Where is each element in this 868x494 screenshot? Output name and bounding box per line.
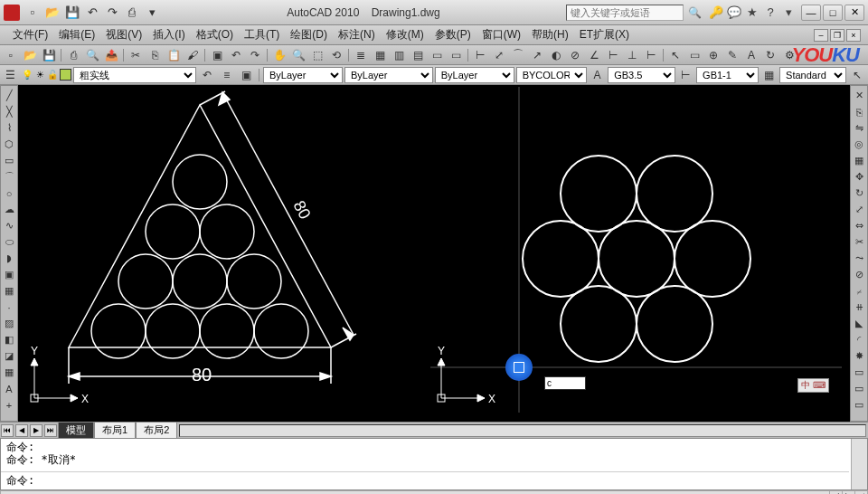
sheet-set-icon[interactable]: ▤ <box>409 47 427 63</box>
point-icon[interactable]: · <box>1 299 17 315</box>
zoom-previous-icon[interactable]: ⟲ <box>327 47 345 63</box>
plot-icon[interactable]: ⎙ <box>64 47 82 63</box>
gradient-icon[interactable]: ◧ <box>1 332 17 347</box>
move-icon[interactable]: ✥ <box>851 169 867 185</box>
minimize-button[interactable]: — <box>801 5 821 21</box>
arc-icon[interactable]: ⌒ <box>1 169 17 185</box>
etool-1-icon[interactable]: ▭ <box>851 365 867 380</box>
add-selected-icon[interactable]: + <box>1 397 17 413</box>
menu-dimension[interactable]: 标注(N) <box>333 25 381 44</box>
menu-format[interactable]: 格式(O) <box>191 25 239 44</box>
tablestyle-dropdown[interactable]: Standard <box>779 67 846 83</box>
mtext-icon[interactable]: A <box>1 381 17 396</box>
menu-view[interactable]: 视图(V) <box>100 25 147 44</box>
chamfer-icon[interactable]: ◣ <box>851 316 867 331</box>
color-dropdown[interactable]: ByLayer <box>263 67 343 83</box>
doc-close[interactable]: × <box>846 29 861 42</box>
viewport-right[interactable]: X Y 中 ⌨ <box>430 87 842 413</box>
polyline-icon[interactable]: ⌇ <box>1 120 17 136</box>
table-style-icon[interactable]: ▦ <box>760 67 778 83</box>
new-file-icon[interactable]: ▫ <box>2 47 20 63</box>
hatch-icon[interactable]: ▨ <box>1 316 17 331</box>
quickcalc-icon[interactable]: ▭ <box>447 47 465 63</box>
etool-2-icon[interactable]: ▭ <box>851 381 867 396</box>
fillet-icon[interactable]: ◜ <box>851 332 867 347</box>
layer-freeze-icon[interactable]: ☀ <box>34 69 46 81</box>
undo-icon[interactable]: ↶ <box>83 4 101 22</box>
circle-icon[interactable]: ○ <box>1 185 17 201</box>
dim-baseline-icon[interactable]: ⊥ <box>623 47 641 63</box>
tolerance-icon[interactable]: ▭ <box>685 47 703 63</box>
lineweight-dropdown[interactable]: ByLayer <box>435 67 514 83</box>
markup-icon[interactable]: ▭ <box>428 47 446 63</box>
extend-icon[interactable]: ⤳ <box>851 251 867 266</box>
communication-icon[interactable]: 💬 <box>727 5 741 20</box>
publish-icon[interactable]: 📤 <box>102 47 120 63</box>
dim-update-icon[interactable]: ↻ <box>761 47 779 63</box>
tool-palettes-icon[interactable]: ▥ <box>390 47 408 63</box>
break-point-icon[interactable]: ⊘ <box>851 267 867 282</box>
print-icon[interactable]: ⎙ <box>123 4 141 22</box>
save-file-icon[interactable]: 💾 <box>40 47 58 63</box>
search-input[interactable] <box>566 5 684 21</box>
spline-icon[interactable]: ∿ <box>1 218 17 233</box>
zoom-realtime-icon[interactable]: 🔍 <box>289 47 307 63</box>
help-icon[interactable]: ? <box>763 5 778 20</box>
dim-aligned-icon[interactable]: ⤢ <box>490 47 508 63</box>
qat-dropdown-icon[interactable]: ▾ <box>143 4 161 22</box>
menu-parametric[interactable]: 参数(P) <box>429 25 476 44</box>
save-icon[interactable]: 💾 <box>63 4 81 22</box>
redo-icon[interactable]: ↷ <box>103 4 121 22</box>
etool-3-icon[interactable]: ▭ <box>851 397 867 413</box>
explode-icon[interactable]: ✸ <box>851 348 867 364</box>
tab-layout1[interactable]: 布局1 <box>94 422 136 439</box>
textstyle-dropdown[interactable]: GB3.5 <box>608 67 675 83</box>
dim-text-edit-icon[interactable]: A <box>742 47 760 63</box>
block-editor-icon[interactable]: ▣ <box>208 47 226 63</box>
new-icon[interactable]: ▫ <box>24 4 42 22</box>
trim-icon[interactable]: ✂ <box>851 234 867 250</box>
menu-file[interactable]: 文件(F) <box>7 25 53 44</box>
array-icon[interactable]: ▦ <box>851 153 867 168</box>
dim-style-btn-icon[interactable]: ⊢ <box>677 67 695 83</box>
dynamic-input[interactable] <box>544 376 586 390</box>
menu-modify[interactable]: 修改(M) <box>381 25 429 44</box>
favorites-icon[interactable]: ★ <box>745 5 760 20</box>
dimstyle-dropdown[interactable]: GB1-1 <box>696 67 758 83</box>
layer-manager-icon[interactable]: ☰ <box>2 67 20 83</box>
table-icon[interactable]: ▦ <box>1 365 17 380</box>
copy-obj-icon[interactable]: ⎘ <box>851 104 867 119</box>
properties-icon[interactable]: ≣ <box>352 47 370 63</box>
erase-icon[interactable]: ✕ <box>851 88 867 103</box>
open-file-icon[interactable]: 📂 <box>21 47 39 63</box>
line-icon[interactable]: ╱ <box>1 88 17 103</box>
h-scrollbar[interactable] <box>179 424 866 437</box>
layer-dropdown[interactable]: 粗实线 <box>73 67 197 83</box>
viewport-left[interactable]: 80 80 X Y <box>24 87 403 413</box>
ellipse-arc-icon[interactable]: ◗ <box>1 251 17 266</box>
layer-lock-icon[interactable]: 🔓 <box>47 69 59 81</box>
layer-on-icon[interactable]: 💡 <box>22 69 33 81</box>
region-icon[interactable]: ◪ <box>1 348 17 364</box>
layer-states-icon[interactable]: ≡ <box>218 67 236 83</box>
pan-icon[interactable]: ✋ <box>270 47 288 63</box>
menu-help[interactable]: 帮助(H) <box>526 25 574 44</box>
mleader-icon[interactable]: ↖ <box>666 47 684 63</box>
zoom-window-icon[interactable]: ⬚ <box>308 47 326 63</box>
paste-icon[interactable]: 📋 <box>165 47 183 63</box>
help-dropdown-icon[interactable]: ▾ <box>781 5 796 20</box>
rotate-icon[interactable]: ↻ <box>851 185 867 201</box>
break-icon[interactable]: ⌿ <box>851 283 867 299</box>
dim-arc-icon[interactable]: ⌒ <box>509 47 527 63</box>
insert-block-icon[interactable]: ▣ <box>1 267 17 282</box>
menu-edit[interactable]: 编辑(E) <box>53 25 100 44</box>
app-icon[interactable] <box>4 5 20 21</box>
mleader-style-icon[interactable]: ↖ <box>848 67 866 83</box>
dim-edit-icon[interactable]: ✎ <box>723 47 741 63</box>
dim-quick-icon[interactable]: ⊢ <box>604 47 622 63</box>
menu-window[interactable]: 窗口(W) <box>476 25 526 44</box>
redo-tb-icon[interactable]: ↷ <box>246 47 264 63</box>
drawing-area[interactable]: 80 80 X Y <box>18 85 850 422</box>
layer-previous-icon[interactable]: ↶ <box>198 67 216 83</box>
polygon-icon[interactable]: ⬡ <box>1 137 17 152</box>
